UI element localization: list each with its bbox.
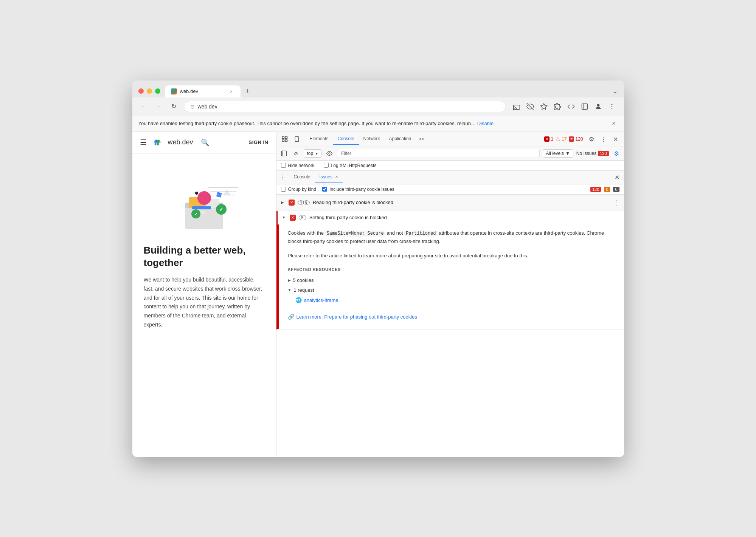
- svg-point-35: [329, 153, 330, 154]
- svg-point-6: [597, 104, 599, 107]
- group-by-kind-label[interactable]: Group by kind: [281, 187, 317, 192]
- devtools-mobile-icon[interactable]: [292, 134, 302, 144]
- issue-setting-expand: ▼: [282, 215, 287, 220]
- issue-count-red-badge: 120: [590, 187, 601, 192]
- devtools-tab-console[interactable]: Console: [333, 133, 359, 145]
- issues-badge[interactable]: ⚑ 120: [569, 136, 583, 142]
- filter-input[interactable]: [337, 149, 539, 158]
- svg-point-19: [195, 192, 198, 195]
- issue-item-reading: ▶ ✕ 115 Reading third-party cookie is bl…: [276, 195, 624, 211]
- external-link-icon: 🔗: [288, 313, 294, 322]
- svg-point-16: [197, 191, 211, 205]
- tab-close-button[interactable]: ×: [228, 88, 234, 94]
- resource-request[interactable]: ▼ 1 request: [288, 286, 615, 294]
- devtools-inspect-icon[interactable]: [279, 134, 290, 144]
- devtools-close-button[interactable]: ✕: [610, 134, 621, 144]
- svg-rect-14: [192, 206, 211, 209]
- learn-more-link[interactable]: 🔗 Learn more: Prepare for phasing out th…: [288, 313, 615, 322]
- console-eye-icon[interactable]: [325, 149, 334, 158]
- profile-icon[interactable]: [592, 101, 604, 113]
- back-button[interactable]: ←: [138, 101, 149, 112]
- address-input-wrap[interactable]: ⊙ web.dev: [184, 101, 506, 112]
- webpage-content: Building a better web, together We want …: [132, 237, 276, 337]
- devtools-tab-elements[interactable]: Elements: [305, 133, 333, 145]
- cast-icon[interactable]: [511, 101, 523, 113]
- console-sidebar-toggle[interactable]: [279, 149, 289, 158]
- devtools-tab-application[interactable]: Application: [385, 133, 416, 145]
- issue-setting-header[interactable]: ▼ ✕ 5 Setting third-party cookie is bloc…: [278, 211, 624, 224]
- no-issues-badge[interactable]: No Issues 120: [576, 151, 609, 156]
- site-logo: [153, 138, 162, 147]
- hide-network-checkbox[interactable]: [281, 163, 286, 168]
- log-xml-checkbox[interactable]: [324, 163, 329, 168]
- resource-cookies[interactable]: ▶ 5 cookies: [288, 276, 615, 285]
- tab-favicon: [171, 88, 177, 94]
- new-tab-button[interactable]: +: [242, 85, 254, 97]
- log-xml-checkbox-label[interactable]: Log XMLHttpRequests: [324, 163, 377, 168]
- minimize-traffic-light[interactable]: [147, 88, 152, 94]
- address-bar: ← → ↻ ⊙ web.dev: [132, 97, 624, 116]
- resource-analytics-iframe[interactable]: 🌐 analytics-iframe: [295, 296, 615, 305]
- globe-icon: 🌐: [295, 296, 302, 305]
- affected-resources-label: AFFECTED RESOURCES: [288, 266, 615, 273]
- devtools-tab-network[interactable]: Network: [359, 133, 385, 145]
- title-bar: web.dev × + ⌄: [132, 80, 624, 97]
- issues-panel-tab-console[interactable]: Console: [289, 171, 315, 183]
- svg-point-9: [611, 108, 612, 109]
- sign-in-button[interactable]: SIGN IN: [249, 139, 269, 145]
- devtools-toggle-icon[interactable]: [565, 101, 577, 113]
- webpage-hero: ✓ ✓: [132, 153, 276, 237]
- devtools-more-button[interactable]: ⋮: [598, 134, 609, 144]
- browser-window: web.dev × + ⌄ ← → ↻ ⊙ web.dev: [132, 80, 624, 457]
- include-third-party-label[interactable]: Include third-party cookie issues: [322, 187, 394, 192]
- code-partitioned: Partitioned: [404, 231, 437, 237]
- hamburger-menu[interactable]: ☰: [140, 138, 147, 147]
- hide-network-checkbox-label[interactable]: Hide network: [281, 163, 315, 168]
- chrome-menu-icon[interactable]: [606, 101, 618, 113]
- error-badge[interactable]: ✕ 1: [544, 136, 553, 142]
- console-checkboxes: Hide network Log XMLHttpRequests: [276, 161, 624, 171]
- devtools-more-tabs[interactable]: >>: [416, 135, 427, 143]
- maximize-traffic-light[interactable]: [155, 88, 160, 94]
- no-issues-count: 120: [598, 151, 609, 156]
- issue-setting-count: 5: [299, 215, 306, 220]
- main-area: ☰ web.dev 🔍 SIGN IN: [132, 132, 624, 457]
- group-by-kind-checkbox[interactable]: [281, 187, 286, 192]
- analytics-iframe-link: analytics-iframe: [304, 296, 338, 305]
- issue-reading-header[interactable]: ▶ ✕ 115 Reading third-party cookie is bl…: [276, 195, 624, 210]
- include-third-party-checkbox[interactable]: [322, 187, 327, 192]
- issues-panel-tab-issues[interactable]: Issues ×: [315, 171, 343, 183]
- cookies-label: 5 cookies: [293, 276, 314, 285]
- request-arrow: ▼: [288, 287, 292, 293]
- issues-icon: ⚑: [569, 136, 574, 142]
- issues-panel-dots[interactable]: ⋮: [279, 173, 286, 181]
- info-bar-close-button[interactable]: ×: [610, 119, 618, 128]
- star-icon[interactable]: [538, 101, 550, 113]
- search-icon[interactable]: 🔍: [201, 138, 209, 147]
- svg-rect-33: [281, 151, 286, 156]
- issue-reading-expand: ▶: [281, 200, 286, 204]
- eyeoff-icon[interactable]: [524, 101, 536, 113]
- issue-item-setting: ▼ ✕ 5 Setting third-party cookie is bloc…: [276, 211, 624, 330]
- issue-reading-more[interactable]: ⋮: [613, 198, 619, 207]
- close-traffic-light[interactable]: [138, 88, 144, 94]
- forward-button[interactable]: →: [154, 101, 164, 112]
- refresh-button[interactable]: ↻: [169, 101, 179, 112]
- active-tab[interactable]: web.dev ×: [165, 85, 241, 97]
- devtools-topbar: Elements Console Network Application >>: [276, 132, 624, 147]
- webpage-heading: Building a better web, together: [144, 244, 265, 270]
- console-clear-button[interactable]: ⊘: [292, 149, 301, 158]
- issue-setting-title: Setting third-party cookie is blocked: [309, 215, 387, 220]
- svg-rect-29: [285, 136, 287, 138]
- console-settings-icon[interactable]: ⚙: [612, 149, 621, 158]
- context-selector[interactable]: top ▼: [304, 149, 322, 158]
- warning-badge[interactable]: ⚠ 17: [556, 136, 567, 142]
- log-levels-selector[interactable]: All levels ▼: [543, 149, 573, 158]
- window-expand-icon[interactable]: ⌄: [612, 87, 618, 95]
- issues-panel-tab-close[interactable]: ×: [335, 174, 338, 180]
- info-bar-disable-link[interactable]: Disable: [477, 121, 494, 126]
- devtools-settings-button[interactable]: ⚙: [586, 134, 597, 144]
- extension-icon[interactable]: [551, 101, 564, 113]
- issues-panel-close-button[interactable]: ✕: [613, 172, 621, 183]
- sidebar-icon[interactable]: [579, 101, 591, 113]
